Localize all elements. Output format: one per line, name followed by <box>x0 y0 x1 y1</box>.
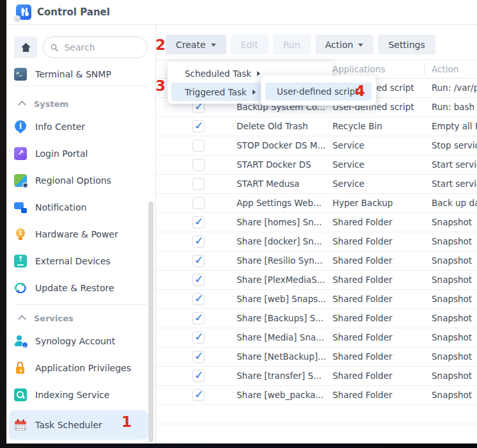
row-checkbox[interactable] <box>192 389 205 401</box>
sidebar-item-indexing-service[interactable]: Indexing Service <box>6 381 155 408</box>
table-row[interactable]: Share [PlexMediaS...Shared FolderSnapsho… <box>156 271 477 290</box>
cell-act: Snapshot <box>432 213 472 232</box>
sidebar-item-external-devices[interactable]: ↑External Devices <box>6 248 155 275</box>
table-row[interactable]: Share [web_packa...Shared FolderSnapshot <box>156 386 477 405</box>
sidebar: >_Terminal & SNMPSystemiInfo Center↗Logi… <box>6 25 156 444</box>
control-panel-icon <box>16 4 31 20</box>
task-table: Applications Action User-defined scriptR… <box>156 60 477 444</box>
caret-down-icon <box>211 44 216 49</box>
cell-app: Hyper Backup <box>332 194 393 212</box>
cell-act: Snapshot <box>432 386 472 404</box>
row-checkbox[interactable] <box>192 178 205 190</box>
sidebar-item-application-privileges[interactable]: Application Privileges <box>6 355 155 381</box>
home-button[interactable] <box>14 36 37 58</box>
search-icon <box>51 43 58 52</box>
search-box[interactable] <box>43 36 148 58</box>
cell-act: Snapshot <box>432 232 472 251</box>
sidebar-item-synology-account[interactable]: ✓Synology Account <box>6 328 155 355</box>
cell-name: STOP Docker DS M... <box>237 136 325 155</box>
sidebar-item-update-restore[interactable]: Update & Restore <box>6 275 155 301</box>
search-input[interactable] <box>63 42 140 53</box>
cell-app: Shared Folder <box>332 271 393 289</box>
window-title: Control Panel <box>37 6 110 18</box>
annotation-step-2: 2 <box>155 38 166 52</box>
chevron-up-icon <box>18 315 26 323</box>
table-row[interactable]: Share [Backups] S...Shared FolderSnapsho… <box>156 309 477 328</box>
cell-name: Share [NetBackup]... <box>237 348 326 366</box>
sidebar-nav: >_Terminal & SNMPSystemiInfo Center↗Logi… <box>6 65 155 440</box>
row-checkbox[interactable] <box>192 236 205 248</box>
update-restore-icon <box>14 282 27 294</box>
row-checkbox[interactable] <box>192 332 205 344</box>
table-row[interactable]: Share [Resilio Syn...Shared FolderSnapsh… <box>156 252 477 271</box>
cell-name: App Settings Web... <box>237 194 322 212</box>
sidebar-item-info-center[interactable]: iInfo Center <box>6 113 155 140</box>
cell-name: Delete Old Trash <box>237 117 308 136</box>
cell-app: Shared Folder <box>332 348 393 366</box>
titlebar: Control Panel <box>6 0 477 25</box>
row-checkbox[interactable] <box>192 216 205 228</box>
table-row[interactable]: STOP Docker DS M...ServiceStop servic <box>156 136 477 156</box>
table-row[interactable]: Share [transfer] S...Shared FolderSnapsh… <box>156 367 477 386</box>
column-header-action[interactable]: Action <box>432 60 458 78</box>
cell-name: Share [web_packa... <box>237 386 324 404</box>
cell-act: Stop servic <box>432 136 477 155</box>
action-button[interactable]: Action <box>315 35 374 54</box>
cell-act: Snapshot <box>432 290 472 308</box>
external-devices-icon: ↑ <box>14 255 27 268</box>
cell-act: Start servic <box>432 156 477 174</box>
sidebar-item-notification[interactable]: Notification <box>6 194 155 221</box>
cell-name: Share [Media] Sna... <box>237 328 324 347</box>
cell-name: Share [Backups] S... <box>237 309 324 328</box>
sidebar-item-hardware-power[interactable]: 1Hardware & Power <box>6 221 155 248</box>
table-row[interactable]: Share [web] Snaps...Shared FolderSnapsho… <box>156 290 477 309</box>
cell-name: Share [docker] Sn... <box>237 232 322 251</box>
sidebar-scrollbar[interactable] <box>148 202 153 442</box>
row-checkbox[interactable] <box>192 351 205 363</box>
hardware-power-icon: 1 <box>14 228 27 241</box>
section-header-system[interactable]: System <box>6 94 155 113</box>
sidebar-item-regional-options[interactable]: Regional Options <box>6 167 155 194</box>
cell-app: Service <box>332 175 364 193</box>
cell-act: Snapshot <box>432 271 472 289</box>
edit-button[interactable]: Edit <box>231 35 269 54</box>
row-checkbox[interactable] <box>192 312 205 324</box>
table-row[interactable]: App Settings Web...Hyper BackupBack up d… <box>156 194 477 213</box>
create-button[interactable]: Create <box>166 35 226 54</box>
row-checkbox[interactable] <box>192 370 205 382</box>
sidebar-item-terminal-snmp[interactable]: >_Terminal & SNMP <box>6 65 155 84</box>
row-checkbox[interactable] <box>192 197 205 209</box>
login-portal-icon: ↗ <box>14 147 27 160</box>
cell-act: Snapshot <box>432 367 472 385</box>
row-checkbox[interactable] <box>192 274 205 286</box>
cell-app: Service <box>332 136 364 155</box>
cell-act: Run: /var/p <box>432 79 477 97</box>
row-checkbox[interactable] <box>192 120 205 132</box>
cell-act: Start servic <box>432 175 477 193</box>
caret-down-icon <box>358 44 363 49</box>
row-checkbox[interactable] <box>192 293 205 305</box>
synology-account-icon: ✓ <box>14 335 27 348</box>
run-button[interactable]: Run <box>273 35 311 54</box>
table-row[interactable]: Share [Media] Sna...Shared FolderSnapsho… <box>156 328 477 348</box>
cell-name: Share [homes] Sn... <box>237 213 322 232</box>
sidebar-item-login-portal[interactable]: ↗Login Portal <box>6 140 155 167</box>
table-row[interactable]: Share [docker] Sn...Shared FolderSnapsho… <box>156 232 477 252</box>
cell-act: Empty all R <box>432 117 477 136</box>
cell-act: Back up dat <box>432 194 477 212</box>
table-row[interactable]: START Docker DSServiceStart servic <box>156 156 477 175</box>
row-checkbox[interactable] <box>192 140 205 152</box>
table-row-empty <box>156 405 477 424</box>
cell-app: Shared Folder <box>332 309 393 328</box>
annotation-step-4: 4 <box>355 84 365 99</box>
table-row[interactable]: Share [NetBackup]...Shared FolderSnapsho… <box>156 348 477 367</box>
section-header-services[interactable]: Services <box>6 308 155 328</box>
row-checkbox[interactable] <box>192 159 205 171</box>
table-row[interactable]: Share [homes] Sn...Shared FolderSnapshot <box>156 213 477 232</box>
row-checkbox[interactable] <box>192 255 205 267</box>
sidebar-top <box>6 36 155 59</box>
table-row[interactable]: Delete Old TrashRecycle BinEmpty all R <box>156 117 477 136</box>
table-row[interactable]: START MedusaServiceStart servic <box>156 175 477 194</box>
settings-button[interactable]: Settings <box>378 35 435 54</box>
cell-name: Share [web] Snaps... <box>237 290 326 308</box>
